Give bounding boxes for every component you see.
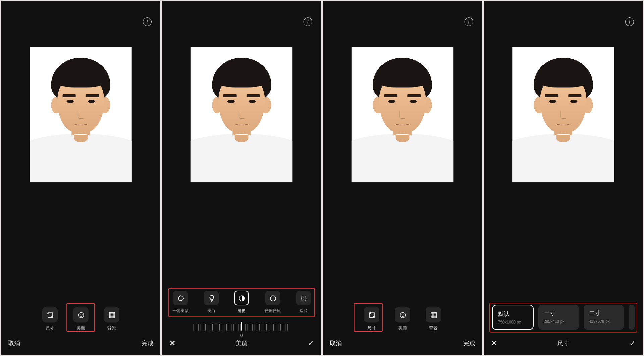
size-preset-name: 一寸	[544, 309, 574, 317]
done-button[interactable]: 完成	[463, 339, 475, 347]
beauty-option-row: 一键美颜 美白 磨皮 祛斑祛痘 瘦脸	[170, 291, 313, 314]
done-button[interactable]: 完成	[142, 339, 154, 347]
size-preset-2inch[interactable]: 二寸 413x579 px	[584, 305, 624, 330]
size-preset-default[interactable]: 默认 750x1000 px	[492, 305, 534, 330]
confirm-icon[interactable]: ✓	[629, 339, 636, 347]
tool-size[interactable]: 尺寸	[364, 307, 379, 331]
tool-background[interactable]: 背景	[426, 307, 441, 331]
beauty-icon	[77, 311, 85, 318]
beauty-whiten-label: 美白	[207, 308, 215, 314]
tool-size-label: 尺寸	[46, 325, 54, 331]
panel-title: 尺寸	[557, 339, 569, 347]
size-preset-row: 默认 750x1000 px 一寸 295x413 px 二寸 413x579 …	[491, 305, 636, 331]
beauty-smooth-label: 磨皮	[237, 308, 246, 314]
beauty-one-key-label: 一键美颜	[172, 308, 189, 314]
crop-icon	[46, 311, 54, 318]
tool-beauty[interactable]: 美颜	[73, 307, 89, 331]
tool-beauty-label: 美颜	[76, 325, 85, 331]
close-icon[interactable]: ✕	[169, 339, 176, 347]
photo-preview	[513, 47, 614, 182]
beauty-one-key[interactable]: 一键美颜	[172, 291, 189, 314]
primary-tool-row: 尺寸 美颜 背景	[330, 307, 475, 333]
screen-main-size-highlight: i 尺寸 美颜 背景 取消 完成	[323, 1, 482, 355]
info-icon[interactable]: infoi	[143, 17, 152, 26]
size-preset-name: 二寸	[589, 309, 619, 317]
screen-size-presets: i 默认 750x1000 px 一寸 295x413 px 二寸 413x57…	[484, 1, 643, 355]
remove-spot-icon	[269, 294, 276, 302]
beauty-icon	[399, 311, 406, 318]
size-preset-dim: 750x1000 px	[498, 320, 528, 324]
cancel-button[interactable]: 取消	[8, 339, 20, 347]
size-preset-dim: 413x579 px	[589, 319, 619, 324]
tool-size-label: 尺寸	[367, 325, 376, 331]
tool-background-label: 背景	[107, 325, 116, 331]
info-icon[interactable]: i	[304, 17, 312, 26]
size-preset-1inch[interactable]: 一寸 295x413 px	[538, 305, 579, 330]
slim-face-icon	[300, 294, 307, 302]
background-icon	[108, 311, 115, 318]
size-preset-more[interactable]	[629, 305, 635, 330]
tool-size[interactable]: 尺寸	[42, 307, 58, 331]
size-preset-name: 默认	[498, 310, 528, 318]
size-preset-dim: 295x413 px	[544, 319, 574, 324]
confirm-icon[interactable]: ✓	[308, 339, 314, 347]
photo-preview	[352, 47, 453, 182]
beauty-slim-label: 瘦脸	[300, 308, 308, 314]
beauty-spot[interactable]: 祛斑祛痘	[265, 291, 281, 314]
cancel-button[interactable]: 取消	[330, 339, 342, 347]
photo-preview	[191, 47, 292, 182]
panel-title: 美颜	[235, 339, 248, 347]
primary-tool-row: 尺寸 美颜 背景	[8, 307, 154, 333]
info-icon[interactable]: i	[625, 17, 634, 26]
beauty-slim[interactable]: 瘦脸	[296, 291, 311, 314]
tool-beauty-label: 美颜	[398, 325, 407, 331]
beauty-whiten[interactable]: 美白	[204, 291, 219, 314]
screen-beauty-options: i 一键美颜 美白 磨皮 祛斑祛痘	[162, 1, 321, 355]
screen-main-beauty-highlight: infoi 尺寸 美颜 背景 取消 完成	[1, 1, 160, 355]
background-icon	[430, 311, 437, 318]
tool-beauty[interactable]: 美颜	[395, 307, 410, 331]
tool-background-label: 背景	[429, 325, 438, 331]
whiten-icon	[208, 294, 215, 302]
info-icon[interactable]: i	[465, 17, 473, 26]
photo-preview	[30, 47, 131, 182]
tool-background[interactable]: 背景	[104, 307, 119, 331]
close-icon[interactable]: ✕	[491, 339, 497, 347]
beauty-smooth[interactable]: 磨皮	[234, 291, 249, 314]
smooth-skin-icon	[238, 294, 245, 302]
beauty-spot-label: 祛斑祛痘	[265, 308, 281, 314]
crop-icon	[368, 311, 375, 318]
slider-value: 0	[240, 333, 243, 338]
one-key-beauty-icon	[177, 294, 184, 302]
intensity-slider[interactable]: 0	[194, 322, 289, 333]
